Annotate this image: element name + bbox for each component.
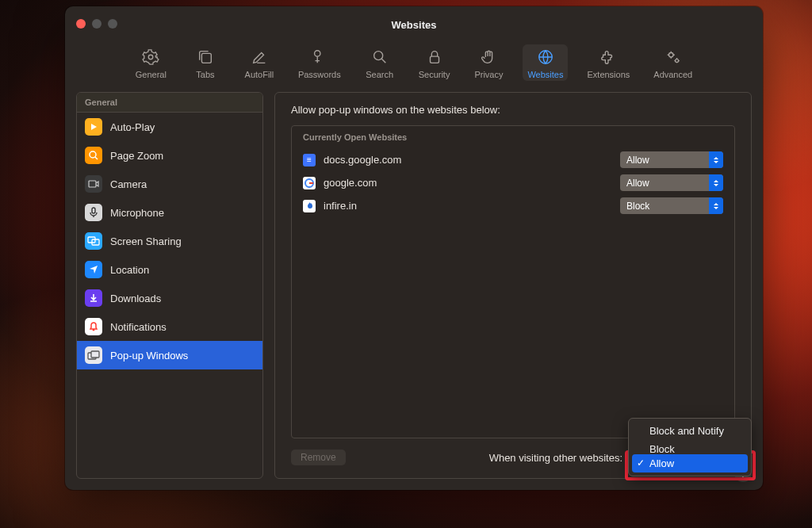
bell-icon	[85, 318, 102, 335]
other-websites-dropdown-menu: Block and Notify Block Allow	[628, 418, 752, 476]
sidebar-item-screensharing[interactable]: Screen Sharing	[77, 227, 262, 255]
site-row[interactable]: ≡ docs.google.com Allow	[292, 148, 734, 171]
popup-item-allow[interactable]: Allow	[632, 454, 748, 473]
content-area: General Auto-Play Page Zoom Camera Micro…	[65, 92, 763, 490]
toolbar-label: Privacy	[474, 70, 503, 79]
key-icon	[310, 48, 329, 67]
svg-point-3	[373, 52, 382, 60]
sidebar-item-label: Pop-up Windows	[110, 350, 188, 362]
favicon-google-icon	[303, 177, 316, 189]
sidebar-item-label: Screen Sharing	[110, 235, 182, 247]
site-setting-value: Allow	[626, 155, 649, 166]
toolbar-label: General	[136, 70, 167, 79]
toolbar-item-general[interactable]: General	[131, 44, 171, 81]
site-setting-dropdown[interactable]: Block	[620, 197, 723, 214]
preferences-window: Websites General Tabs AutoFill Passwords…	[65, 6, 763, 490]
popup-item-block[interactable]: Block	[632, 440, 748, 454]
download-icon	[85, 289, 102, 307]
zoom-icon	[85, 147, 102, 164]
dropdown-arrows-icon	[709, 197, 723, 214]
pencil-icon	[250, 48, 269, 67]
play-icon	[85, 118, 102, 136]
sidebar-item-notifications[interactable]: Notifications	[77, 312, 262, 341]
toolbar-label: Tabs	[196, 70, 214, 79]
globe-icon	[536, 48, 555, 67]
close-window-button[interactable]	[76, 19, 86, 29]
site-row[interactable]: google.com Allow	[292, 171, 734, 194]
camera-icon	[85, 175, 102, 193]
favicon-docs-icon: ≡	[303, 154, 316, 166]
site-setting-dropdown[interactable]: Allow	[620, 151, 723, 168]
toolbar-item-websites[interactable]: Websites	[523, 44, 568, 81]
svg-point-2	[314, 51, 320, 56]
websites-list: Currently Open Websites ≡ docs.google.co…	[291, 125, 735, 438]
gear-icon	[141, 48, 160, 67]
gears-icon	[664, 48, 683, 67]
site-name: infire.in	[324, 200, 612, 212]
svg-point-0	[149, 55, 154, 59]
traffic-lights	[76, 19, 117, 29]
sidebar: General Auto-Play Page Zoom Camera Micro…	[76, 92, 263, 479]
svg-rect-14	[91, 351, 99, 358]
sidebar-item-popup-windows[interactable]: Pop-up Windows	[77, 341, 262, 369]
toolbar-label: Passwords	[298, 70, 341, 79]
sidebar-item-downloads[interactable]: Downloads	[77, 284, 262, 312]
toolbar-item-passwords[interactable]: Passwords	[293, 44, 346, 81]
sidebar-item-pagezoom[interactable]: Page Zoom	[77, 141, 262, 170]
hand-icon	[479, 48, 498, 67]
toolbar-item-autofill[interactable]: AutoFill	[239, 44, 279, 81]
popup-item-block-notify[interactable]: Block and Notify	[632, 422, 748, 440]
sidebar-item-label: Camera	[110, 178, 147, 190]
sidebar-item-microphone[interactable]: Microphone	[77, 198, 262, 227]
zoom-window-button[interactable]	[108, 19, 117, 29]
main-panel: Allow pop-up windows on the websites bel…	[274, 92, 752, 479]
svg-rect-10	[92, 208, 95, 213]
sidebar-item-label: Downloads	[110, 293, 161, 304]
screens-icon	[85, 232, 102, 250]
toolbar-item-extensions[interactable]: Extensions	[582, 44, 634, 81]
windows-icon	[85, 346, 102, 364]
toolbar-item-search[interactable]: Search	[360, 44, 400, 81]
svg-rect-1	[201, 53, 211, 63]
sidebar-item-label: Notifications	[110, 321, 167, 333]
main-heading: Allow pop-up windows on the websites bel…	[291, 104, 735, 116]
sidebar-item-label: Microphone	[110, 207, 164, 219]
lock-icon	[425, 48, 444, 67]
toolbar-label: Websites	[527, 70, 563, 79]
toolbar-label: Search	[366, 70, 393, 79]
sidebar-item-autoplay[interactable]: Auto-Play	[77, 113, 262, 141]
site-row[interactable]: infire.in Block	[292, 194, 734, 217]
sidebar-item-location[interactable]: Location	[77, 255, 262, 284]
toolbar-label: AutoFill	[245, 70, 274, 79]
toolbar-item-advanced[interactable]: Advanced	[649, 44, 697, 81]
toolbar-item-privacy[interactable]: Privacy	[469, 44, 508, 81]
site-name: docs.google.com	[324, 154, 612, 166]
remove-button[interactable]: Remove	[291, 450, 346, 465]
sidebar-header: General	[77, 93, 262, 113]
sidebar-item-camera[interactable]: Camera	[77, 170, 262, 198]
site-setting-dropdown[interactable]: Allow	[620, 174, 723, 191]
sidebar-item-label: Auto-Play	[110, 121, 155, 133]
puzzle-icon	[599, 48, 618, 67]
window-title: Websites	[392, 19, 437, 31]
toolbar-label: Advanced	[653, 70, 692, 79]
svg-point-6	[668, 53, 673, 58]
toolbar: General Tabs AutoFill Passwords Search S…	[65, 43, 763, 92]
tabs-icon	[196, 48, 215, 67]
location-icon	[85, 261, 102, 278]
dropdown-arrows-icon	[709, 174, 723, 191]
toolbar-label: Security	[419, 70, 450, 79]
other-websites-label: When visiting other websites:	[355, 452, 622, 464]
toolbar-item-tabs[interactable]: Tabs	[186, 44, 225, 81]
websites-list-header: Currently Open Websites	[292, 126, 734, 148]
favicon-infire-icon	[303, 200, 316, 212]
site-name: google.com	[324, 177, 612, 189]
sidebar-item-label: Page Zoom	[110, 150, 163, 162]
microphone-icon	[85, 204, 102, 221]
dropdown-arrows-icon	[709, 151, 723, 168]
site-setting-value: Allow	[626, 178, 649, 189]
toolbar-item-security[interactable]: Security	[414, 44, 455, 81]
titlebar: Websites	[65, 6, 763, 43]
search-icon	[370, 48, 389, 67]
minimize-window-button[interactable]	[92, 19, 102, 29]
